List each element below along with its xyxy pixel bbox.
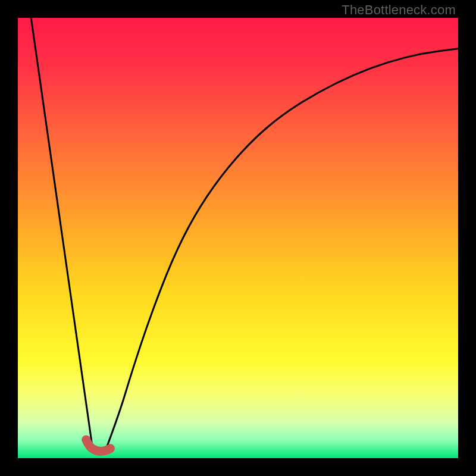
watermark-text: TheBottleneck.com xyxy=(342,2,456,18)
right-curve xyxy=(106,49,458,449)
left-line xyxy=(31,18,93,449)
curves-layer xyxy=(18,18,458,458)
chart-frame: TheBottleneck.com xyxy=(0,0,476,476)
elbow-marker xyxy=(86,440,111,452)
plot-area xyxy=(18,18,458,458)
